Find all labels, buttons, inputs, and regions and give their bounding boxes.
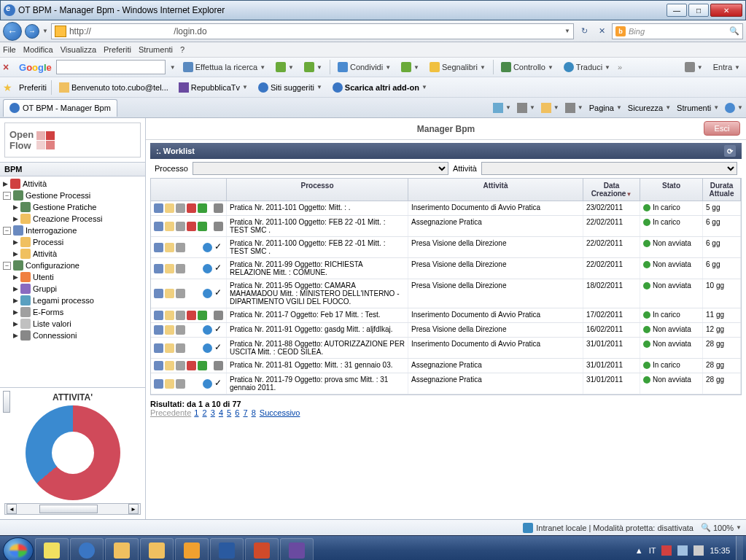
tree-configurazione[interactable]: −Configurazione <box>1 260 144 271</box>
check-icon[interactable] <box>214 325 223 335</box>
view-icon[interactable] <box>154 325 163 335</box>
clip-icon[interactable] <box>176 379 185 389</box>
tree-attivita[interactable]: ▶Attività <box>1 178 144 190</box>
view-icon[interactable] <box>154 222 163 231</box>
fav-benvenuto[interactable]: Benvenuto toto.cubo@tel... <box>56 81 171 94</box>
doc-icon[interactable] <box>165 379 174 389</box>
menu-strumenti[interactable]: Strumenti <box>139 45 173 54</box>
stop-button[interactable]: ✕ <box>594 24 609 39</box>
col-attivita[interactable]: Attività <box>408 179 583 201</box>
scroll-thumb[interactable] <box>39 505 98 513</box>
pager-page[interactable]: 1 <box>194 408 198 417</box>
fav-siti[interactable]: Siti suggeriti▼ <box>255 81 325 94</box>
taskbar-ie[interactable] <box>70 538 104 561</box>
clip-icon[interactable] <box>176 243 185 252</box>
trash-icon[interactable] <box>214 222 223 231</box>
info-icon[interactable] <box>203 343 212 353</box>
doc-icon[interactable] <box>165 203 174 213</box>
tree-utenti[interactable]: ▶Utenti <box>1 271 144 283</box>
col-data[interactable]: Data Creazione▼ <box>583 179 640 201</box>
pager-next[interactable]: Successivo <box>260 408 300 417</box>
page-menu[interactable]: Pagina▼ <box>589 104 622 112</box>
tb-plus2[interactable]: ▼ <box>301 61 325 74</box>
delete-icon[interactable] <box>187 361 196 370</box>
search-button[interactable]: Effettua la ricerca▼ <box>180 61 268 74</box>
close-button[interactable]: ✕ <box>710 4 742 17</box>
favorites-star-icon[interactable]: ★ <box>3 82 15 93</box>
bookmarks-button[interactable]: Segnalibri▼ <box>427 61 489 74</box>
pager-page[interactable]: 8 <box>252 408 256 417</box>
taskbar-explorer2[interactable] <box>140 538 174 561</box>
google-search-input[interactable] <box>56 60 166 74</box>
check-button[interactable]: Controllo▼ <box>498 61 556 74</box>
col-durata[interactable]: Durata Attuale <box>703 179 741 201</box>
refresh-button[interactable]: ↻ <box>577 24 591 39</box>
address-bar[interactable]: ▼ <box>51 23 574 39</box>
trash-icon[interactable] <box>214 361 223 370</box>
overflow-icon[interactable]: » <box>618 63 622 71</box>
tree-legami[interactable]: ▶Legami processo <box>1 295 144 306</box>
tree-interrogazione[interactable]: −Interrogazione <box>1 225 144 236</box>
menu-file[interactable]: File <box>3 45 16 54</box>
flag-icon[interactable] <box>661 545 672 556</box>
taskbar-app[interactable] <box>35 538 69 561</box>
search-bar[interactable]: b Bing 🔍 <box>612 23 743 39</box>
view-icon[interactable] <box>154 379 163 389</box>
pager-page[interactable]: 5 <box>227 408 231 417</box>
menu-preferiti[interactable]: Preferiti <box>104 45 131 54</box>
clip-icon[interactable] <box>176 203 185 213</box>
approve-icon[interactable] <box>198 361 207 370</box>
view-icon[interactable] <box>154 264 163 273</box>
help-button[interactable]: ▼ <box>725 103 743 113</box>
close-toolbar-icon[interactable]: × <box>3 61 15 73</box>
chart-scroll-up[interactable] <box>3 391 10 413</box>
network-icon[interactable] <box>677 545 688 556</box>
delete-icon[interactable] <box>187 222 196 231</box>
favorites-label[interactable]: Preferiti <box>19 83 47 92</box>
clip-icon[interactable] <box>176 222 185 231</box>
scroll-right-icon[interactable]: ► <box>128 504 139 514</box>
info-icon[interactable] <box>203 264 212 273</box>
pager-page[interactable]: 6 <box>235 408 239 417</box>
tree-attivita2[interactable]: ▶Attività <box>1 248 144 260</box>
tb-plus3[interactable]: ▼ <box>398 61 422 74</box>
pager-page[interactable]: 7 <box>243 408 247 417</box>
info-icon[interactable] <box>203 289 212 298</box>
fav-repubblica[interactable]: RepubblicaTv▼ <box>176 81 251 94</box>
taskbar-outlook[interactable] <box>175 538 209 561</box>
view-icon[interactable] <box>154 361 163 370</box>
check-icon[interactable] <box>214 289 223 298</box>
filter-attivita-select[interactable] <box>481 162 737 175</box>
trash-icon[interactable] <box>214 203 223 213</box>
tree-liste[interactable]: ▶Liste valori <box>1 318 144 330</box>
address-dropdown-icon[interactable]: ▼ <box>564 28 570 34</box>
delete-icon[interactable] <box>187 311 196 320</box>
security-menu[interactable]: Sicurezza▼ <box>628 104 671 112</box>
logout-button[interactable]: Esci <box>704 121 740 136</box>
tree-creazione-processi[interactable]: ▶Creazione Processi <box>1 213 144 225</box>
doc-icon[interactable] <box>165 222 174 231</box>
check-icon[interactable] <box>214 264 223 273</box>
delete-icon[interactable] <box>187 203 196 213</box>
home-button[interactable]: ▼ <box>493 103 511 113</box>
trash-icon[interactable] <box>214 311 223 320</box>
forward-button[interactable]: → <box>25 24 39 39</box>
pager-page[interactable]: 2 <box>203 408 207 417</box>
check-icon[interactable] <box>214 343 223 353</box>
doc-icon[interactable] <box>165 343 174 353</box>
browser-tab[interactable]: OT BPM - Manager Bpm <box>3 99 117 117</box>
doc-icon[interactable] <box>165 289 174 298</box>
approve-icon[interactable] <box>198 222 207 231</box>
tree-eforms[interactable]: ▶E-Forms <box>1 306 144 318</box>
taskbar-explorer[interactable] <box>105 538 139 561</box>
clip-icon[interactable] <box>176 343 185 353</box>
translate-button[interactable]: Traduci▼ <box>561 61 613 74</box>
view-icon[interactable] <box>154 203 163 213</box>
fav-scarica[interactable]: Scarica altri add-on▼ <box>330 81 430 94</box>
back-button[interactable]: ← <box>3 22 22 41</box>
doc-icon[interactable] <box>165 243 174 252</box>
view-icon[interactable] <box>154 311 163 320</box>
pager-page[interactable]: 4 <box>219 408 223 417</box>
volume-icon[interactable] <box>693 545 704 556</box>
col-processo[interactable]: Processo <box>227 179 408 201</box>
